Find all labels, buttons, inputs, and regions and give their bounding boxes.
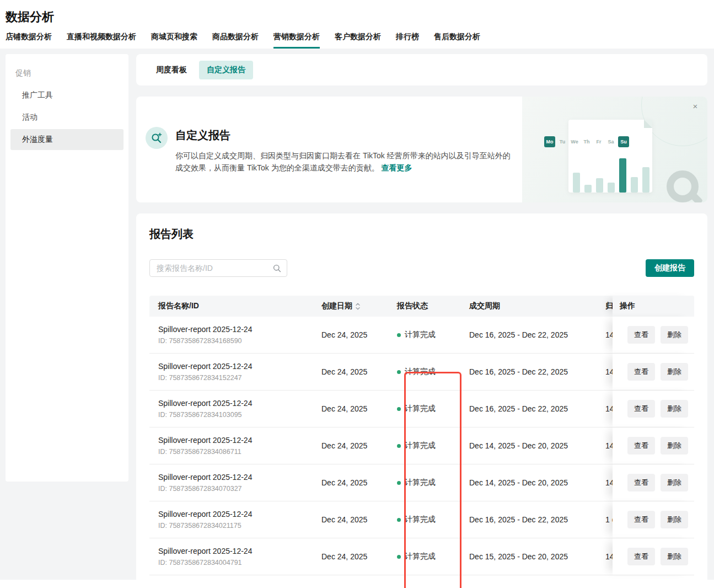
row-actions: 查看 删除 [613, 427, 694, 464]
bar [596, 178, 603, 193]
insight-icon [146, 127, 168, 149]
report-name-cell: Spillover-report 2025-12-24 ID: 75873586… [149, 399, 313, 419]
col-transaction-period: 成交周期 [460, 301, 597, 311]
status-dot-icon [397, 333, 401, 337]
col-name-id: 报告名称/ID [149, 301, 313, 311]
delete-button[interactable]: 删除 [661, 400, 688, 418]
status-label: 计算完成 [405, 515, 436, 525]
report-created-date: Dec 24, 2025 [313, 404, 388, 413]
sidebar-item-spillover[interactable]: 外溢度量 [10, 129, 124, 150]
report-list-title: 报告列表 [149, 227, 694, 242]
col-created-date-label: 创建日期 [321, 301, 352, 311]
view-button[interactable]: 查看 [627, 548, 655, 565]
report-status: 计算完成 [388, 404, 460, 414]
report-status: 计算完成 [388, 552, 460, 562]
nav-tab-ranking[interactable]: 排行榜 [396, 28, 419, 49]
view-button[interactable]: 查看 [627, 326, 655, 344]
banner-text-block: 自定义报告 你可以自定义成交周期、归因类型与归因窗口期去看在 TikTok 经营… [136, 97, 513, 202]
report-created-date: Dec 24, 2025 [313, 515, 388, 524]
report-id: ID: 7587358672834070327 [158, 485, 313, 493]
row-actions: 查看 删除 [613, 501, 694, 538]
nav-tab-customer[interactable]: 客户数据分析 [335, 28, 381, 49]
banner-illustration: Mo Tu We Th Fr Sa Su [522, 97, 707, 202]
report-status: 计算完成 [388, 478, 460, 488]
close-icon[interactable]: × [690, 101, 701, 112]
status-dot-icon [397, 444, 401, 448]
learn-more-link[interactable]: 查看更多 [382, 163, 412, 172]
report-name: Spillover-report 2025-12-24 [158, 473, 313, 482]
report-status: 计算完成 [388, 330, 460, 340]
report-created-date: Dec 24, 2025 [313, 330, 388, 339]
view-button[interactable]: 查看 [627, 437, 655, 455]
delete-button[interactable]: 删除 [661, 511, 688, 528]
nav-tab-aftersale[interactable]: 售后数据分析 [434, 28, 480, 49]
sidebar-section-promotion: 促销 [6, 64, 128, 84]
create-report-button[interactable]: 创建报告 [646, 259, 694, 277]
delete-button[interactable]: 删除 [661, 548, 688, 565]
report-toolbar: 创建报告 [149, 259, 694, 277]
tab-custom-report[interactable]: 自定义报告 [199, 61, 253, 79]
banner-title: 自定义报告 [175, 128, 513, 143]
sort-icon[interactable] [355, 303, 361, 310]
bar [642, 167, 649, 193]
report-id: ID: 7587358672834103095 [158, 411, 313, 419]
search-input[interactable] [155, 263, 269, 273]
status-dot-icon [397, 407, 401, 411]
report-name: Spillover-report 2025-12-24 [158, 399, 313, 408]
table-row: Spillover-report 2025-12-24 ID: 75873586… [149, 427, 694, 464]
calendar-day: Th [582, 139, 592, 145]
banner-description-text: 你可以自定义成交周期、归因类型与归因窗口期去看在 TikTok 经营所带来的站内… [175, 151, 511, 172]
table-body: Spillover-report 2025-12-24 ID: 75873586… [149, 317, 694, 575]
view-button[interactable]: 查看 [627, 363, 655, 381]
tab-weekly-board[interactable]: 周度看板 [156, 61, 187, 79]
report-status: 计算完成 [388, 515, 460, 525]
report-period: Dec 16, 2025 - Dec 22, 2025 [460, 404, 597, 413]
calendar-days-strip: Mo Tu We Th Fr Sa Su [544, 136, 629, 147]
page-title: 数据分析 [6, 9, 714, 25]
calendar-day: Fr [594, 139, 604, 145]
report-created-date: Dec 24, 2025 [313, 367, 388, 376]
col-actions: 操作 [613, 296, 694, 317]
view-button[interactable]: 查看 [627, 400, 655, 418]
view-tabs-card: 周度看板 自定义报告 [136, 54, 707, 85]
bar [631, 177, 638, 193]
report-period: Dec 16, 2025 - Dec 22, 2025 [460, 515, 597, 524]
status-label: 计算完成 [405, 330, 436, 340]
nav-tab-marketing[interactable]: 营销数据分析 [273, 28, 320, 49]
status-label: 计算完成 [405, 441, 436, 451]
report-name-cell: Spillover-report 2025-12-24 ID: 75873586… [149, 362, 313, 382]
report-name-cell: Spillover-report 2025-12-24 ID: 75873586… [149, 436, 313, 456]
sidebar-item-campaigns[interactable]: 活动 [10, 107, 124, 128]
report-period: Dec 14, 2025 - Dec 20, 2025 [460, 478, 597, 487]
sidebar: 促销 推广工具 活动 外溢度量 [6, 54, 128, 482]
view-button[interactable]: 查看 [627, 511, 655, 528]
delete-button[interactable]: 删除 [661, 437, 688, 455]
report-table: 报告名称/ID 创建日期 报告状态 成交周期 归因 操作 [149, 296, 694, 575]
report-name: Spillover-report 2025-12-24 [158, 325, 313, 334]
report-name: Spillover-report 2025-12-24 [158, 547, 313, 555]
bar [584, 185, 592, 193]
sidebar-item-promo-tools[interactable]: 推广工具 [10, 85, 124, 106]
col-created-date[interactable]: 创建日期 [313, 301, 388, 311]
view-button[interactable]: 查看 [627, 474, 655, 491]
delete-button[interactable]: 删除 [661, 474, 688, 491]
row-actions: 查看 删除 [613, 391, 694, 427]
delete-button[interactable]: 删除 [661, 363, 688, 381]
nav-tab-product[interactable]: 商品数据分析 [212, 28, 259, 49]
report-id: ID: 7587358672834168590 [158, 337, 313, 345]
calendar-day: Sa [606, 139, 616, 145]
magnifier-graphic [667, 170, 699, 202]
bar [608, 183, 615, 193]
nav-tab-live-video[interactable]: 直播和视频数据分析 [67, 28, 136, 49]
nav-tab-shop[interactable]: 店铺数据分析 [6, 28, 52, 49]
row-actions: 查看 删除 [613, 464, 694, 501]
col-report-status: 报告状态 [388, 301, 460, 311]
report-status: 计算完成 [388, 441, 460, 451]
custom-report-banner: 自定义报告 你可以自定义成交周期、归因类型与归因窗口期去看在 TikTok 经营… [136, 97, 707, 202]
bar [573, 173, 580, 193]
delete-button[interactable]: 删除 [661, 326, 688, 344]
nav-tab-mall-search[interactable]: 商城页和搜索 [151, 28, 197, 49]
table-row: Spillover-report 2025-12-24 ID: 75873586… [149, 391, 694, 427]
banner-description: 你可以自定义成交周期、归因类型与归因窗口期去看在 TikTok 经营所带来的站内… [175, 149, 513, 174]
table-row: Spillover-report 2025-12-24 ID: 75873586… [149, 464, 694, 501]
